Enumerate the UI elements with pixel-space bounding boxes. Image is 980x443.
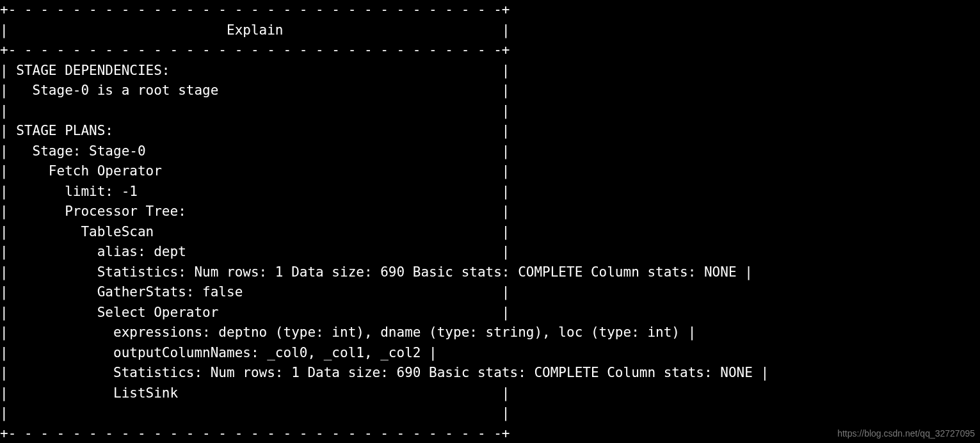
table-bottom-border: +- - - - - - - - - - - - - - - - - - - -… [0, 426, 510, 441]
plan-row: | Stage-0 is a root stage | [0, 83, 510, 98]
plan-row: | Select Operator | [0, 305, 510, 320]
plan-row: | alias: dept | [0, 244, 510, 259]
table-header-row: | Explain | [0, 22, 510, 38]
plan-row: | STAGE PLANS: | [0, 123, 510, 138]
plan-row: | outputColumnNames: _col0, _col1, _col2… [0, 345, 437, 360]
plan-row: | Fetch Operator | [0, 163, 510, 179]
watermark-text: https://blog.csdn.net/qq_32727095 [837, 427, 975, 440]
table-header-label: Explain [227, 22, 284, 38]
plan-row: | STAGE DEPENDENCIES: | [0, 63, 510, 78]
plan-row: | TableScan | [0, 224, 510, 239]
plan-row: | limit: -1 | [0, 184, 510, 199]
table-mid-border: +- - - - - - - - - - - - - - - - - - - -… [0, 42, 510, 58]
plan-row: | Processor Tree: | [0, 204, 510, 219]
plan-row: | Statistics: Num rows: 1 Data size: 690… [0, 264, 753, 280]
plan-row: | expressions: deptno (type: int), dname… [0, 325, 696, 340]
plan-row: | GatherStats: false | [0, 284, 510, 300]
plan-row: | Stage: Stage-0 | [0, 143, 510, 159]
plan-row: | ListSink | [0, 385, 510, 401]
plan-row: | | [0, 405, 510, 421]
plan-row: | Statistics: Num rows: 1 Data size: 690… [0, 365, 769, 380]
terminal-output: +- - - - - - - - - - - - - - - - - - - -… [0, 0, 980, 443]
plan-row: | | [0, 103, 510, 118]
table-top-border: +- - - - - - - - - - - - - - - - - - - -… [0, 2, 510, 17]
